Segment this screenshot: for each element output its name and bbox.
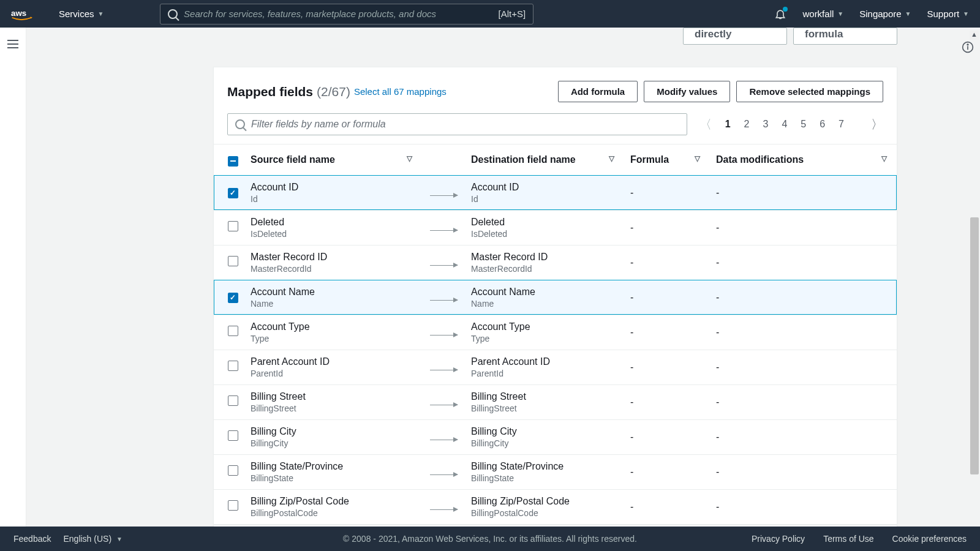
page-2[interactable]: 2 bbox=[744, 119, 750, 129]
map-directly-card[interactable]: directly bbox=[683, 28, 787, 45]
select-all-checkbox[interactable] bbox=[228, 156, 238, 167]
scroll-up-arrow[interactable]: ▲ bbox=[970, 31, 979, 40]
col-formula[interactable]: Formula bbox=[630, 154, 669, 165]
remove-mappings-button[interactable]: Remove selected mappings bbox=[736, 81, 883, 102]
table-row[interactable]: Parent Account IDParentIdParent Account … bbox=[214, 350, 897, 384]
dest-field: Billing Zip/Postal Code bbox=[471, 496, 618, 507]
source-field: Deleted bbox=[251, 217, 416, 228]
table-row[interactable]: Master Record IDMasterRecordIdMaster Rec… bbox=[214, 245, 897, 280]
row-checkbox[interactable] bbox=[228, 221, 238, 231]
select-all-link[interactable]: Select all 67 mappings bbox=[354, 86, 447, 97]
dest-field-sub: BillingPostalCode bbox=[471, 508, 618, 518]
filter-input[interactable] bbox=[251, 119, 679, 130]
add-formula-button[interactable]: Add formula bbox=[558, 81, 638, 102]
table-row[interactable]: Account NameNameAccount NameName-- bbox=[214, 280, 897, 315]
notifications-bell[interactable] bbox=[774, 8, 786, 20]
source-field-sub: BillingPostalCode bbox=[251, 508, 416, 518]
source-field-sub: Name bbox=[251, 299, 416, 309]
row-checkbox[interactable] bbox=[228, 500, 238, 511]
col-dest[interactable]: Destination field name bbox=[471, 154, 576, 165]
account-menu[interactable]: workfall ▼ bbox=[802, 9, 843, 19]
table-row[interactable]: Account IDIdAccount IDId-- bbox=[214, 175, 897, 210]
support-menu[interactable]: Support ▼ bbox=[927, 9, 969, 19]
source-field: Billing State/Province bbox=[251, 461, 416, 472]
page-5[interactable]: 5 bbox=[801, 119, 806, 129]
sort-icon[interactable]: ▽ bbox=[695, 154, 700, 163]
source-field-sub: BillingState bbox=[251, 473, 416, 483]
panel-count: (2/67) bbox=[317, 84, 350, 99]
support-label: Support bbox=[927, 9, 960, 19]
source-field: Account ID bbox=[251, 182, 416, 193]
row-checkbox[interactable] bbox=[228, 293, 238, 303]
dest-field-sub: BillingStreet bbox=[471, 403, 618, 413]
svg-point-3 bbox=[967, 44, 968, 45]
topnav: aws Services ▼ [Alt+S] workfall ▼ Singap… bbox=[0, 0, 980, 28]
source-field-sub: BillingCity bbox=[251, 438, 416, 448]
sort-icon[interactable]: ▽ bbox=[609, 154, 614, 163]
dest-field: Billing State/Province bbox=[471, 461, 618, 472]
source-field: Account Type bbox=[251, 321, 416, 332]
terms-link[interactable]: Terms of Use bbox=[823, 534, 873, 544]
services-menu[interactable]: Services ▼ bbox=[59, 9, 104, 19]
dest-field: Account Name bbox=[471, 287, 618, 298]
modify-values-button[interactable]: Modify values bbox=[644, 81, 730, 102]
row-checkbox[interactable] bbox=[228, 326, 238, 336]
info-icon[interactable] bbox=[962, 41, 974, 56]
dest-field: Billing Street bbox=[471, 391, 618, 402]
map-formula-card[interactable]: formula bbox=[793, 28, 897, 45]
mods-cell: - bbox=[710, 350, 897, 384]
table-row[interactable]: Billing CityBillingCityBilling CityBilli… bbox=[214, 419, 897, 454]
col-mods[interactable]: Data modifications bbox=[716, 154, 804, 165]
footer: Feedback English (US) ▼ © 2008 - 2021, A… bbox=[0, 527, 980, 551]
feedback-link[interactable]: Feedback bbox=[13, 534, 51, 544]
language-label: English (US) bbox=[63, 534, 111, 544]
arrow-right-icon bbox=[430, 509, 458, 510]
privacy-link[interactable]: Privacy Policy bbox=[752, 534, 805, 544]
page-next[interactable]: 〉 bbox=[871, 116, 883, 133]
panel-title: Mapped fields bbox=[227, 84, 313, 99]
language-selector[interactable]: English (US) ▼ bbox=[63, 534, 123, 544]
source-field: Billing Zip/Postal Code bbox=[251, 496, 416, 507]
row-checkbox[interactable] bbox=[228, 465, 238, 476]
row-checkbox[interactable] bbox=[228, 256, 238, 266]
page-4[interactable]: 4 bbox=[782, 119, 787, 129]
dest-field-sub: BillingCity bbox=[471, 438, 618, 448]
mods-cell: - bbox=[710, 315, 897, 350]
row-checkbox[interactable] bbox=[228, 395, 238, 406]
search-input[interactable] bbox=[184, 9, 498, 19]
scrollbar-thumb[interactable] bbox=[970, 217, 979, 474]
col-source[interactable]: Source field name bbox=[251, 154, 335, 165]
page-prev[interactable]: 〈 bbox=[699, 116, 712, 133]
page-7[interactable]: 7 bbox=[839, 119, 844, 129]
sidebar-toggle[interactable] bbox=[7, 40, 18, 541]
main-content: ▲ ▼ directly formula Mapped fields (2/67… bbox=[26, 28, 980, 541]
search-shortcut: [Alt+S] bbox=[499, 9, 526, 19]
arrow-right-icon bbox=[430, 265, 458, 266]
row-checkbox[interactable] bbox=[228, 361, 238, 371]
formula-cell: - bbox=[624, 315, 710, 350]
page-3[interactable]: 3 bbox=[763, 119, 768, 129]
dest-field: Billing City bbox=[471, 426, 618, 437]
page-6[interactable]: 6 bbox=[820, 119, 825, 129]
source-field: Account Name bbox=[251, 287, 416, 298]
sort-icon[interactable]: ▽ bbox=[407, 154, 412, 163]
source-field-sub: ParentId bbox=[251, 369, 416, 378]
services-label: Services bbox=[59, 9, 94, 19]
map-directly-label: directly bbox=[695, 28, 731, 40]
table-row[interactable]: Billing Zip/Postal CodeBillingPostalCode… bbox=[214, 489, 897, 524]
aws-logo[interactable]: aws bbox=[11, 8, 42, 20]
table-row[interactable]: Billing State/ProvinceBillingStateBillin… bbox=[214, 454, 897, 489]
sort-icon[interactable]: ▽ bbox=[881, 154, 887, 163]
page-1[interactable]: 1 bbox=[725, 119, 731, 129]
cookie-link[interactable]: Cookie preferences bbox=[892, 534, 967, 544]
mods-cell: - bbox=[710, 384, 897, 419]
region-menu[interactable]: Singapore ▼ bbox=[859, 9, 911, 19]
row-checkbox[interactable] bbox=[228, 188, 238, 198]
row-checkbox[interactable] bbox=[228, 430, 238, 441]
arrow-right-icon bbox=[430, 474, 458, 475]
global-search[interactable]: [Alt+S] bbox=[160, 4, 533, 24]
table-row[interactable]: DeletedIsDeletedDeletedIsDeleted-- bbox=[214, 210, 897, 245]
table-row[interactable]: Account TypeTypeAccount TypeType-- bbox=[214, 315, 897, 350]
pagination: 〈 1234567 〉 bbox=[699, 116, 883, 133]
table-row[interactable]: Billing StreetBillingStreetBilling Stree… bbox=[214, 384, 897, 419]
